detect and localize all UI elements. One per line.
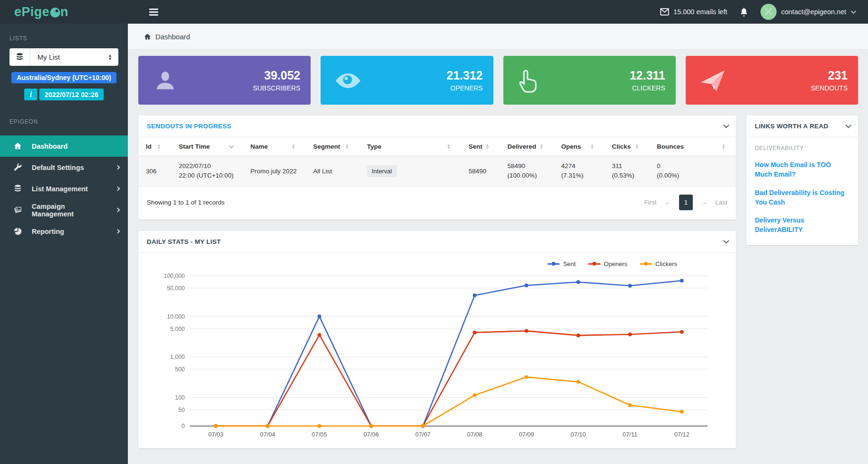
home-icon: [13, 142, 22, 151]
stat-card-openers: 21.312 OPENERS: [321, 56, 493, 105]
info-icon[interactable]: i: [24, 89, 37, 100]
svg-text:07/10: 07/10: [571, 431, 586, 438]
emails-left-text: 15.000 emails left: [673, 8, 727, 16]
column-header-delivered[interactable]: Delivered▲▼: [500, 137, 554, 156]
svg-text:07/08: 07/08: [467, 431, 482, 438]
column-header-segment[interactable]: Segment▲▼: [305, 137, 359, 156]
svg-text:0: 0: [181, 423, 185, 429]
cell-opens: 4274(7.31%): [554, 156, 604, 187]
sidebar-item-campaign-management[interactable]: Campaign Management: [0, 199, 128, 221]
svg-text:1,000: 1,000: [170, 354, 185, 360]
daily-stats-chart: 100,00050,00010,0005,0001,00050010050007…: [145, 268, 729, 444]
logo-text-pre: ePige: [14, 5, 50, 19]
avatar[interactable]: ✕: [761, 4, 777, 20]
chart-legend: SentOpenersClickers: [145, 257, 729, 268]
bell-icon[interactable]: [740, 7, 748, 17]
sort-icon[interactable]: ▲▼: [635, 144, 639, 150]
svg-text:500: 500: [175, 366, 185, 373]
stat-card-clickers: 12.311 CLICKERS: [503, 56, 676, 105]
sidebar-item-list-management[interactable]: List Management: [0, 178, 128, 199]
sort-icon[interactable]: ▲▼: [447, 144, 451, 150]
timezone-badge: Australia/Sydney (UTC+10:00): [11, 72, 116, 83]
sidebar-item-label: Default Settings: [32, 164, 84, 171]
stat-label: CLICKERS: [630, 84, 665, 92]
breadcrumb: Dashboard: [128, 24, 868, 50]
epigeon-section-label: EPIGEON: [0, 107, 128, 131]
svg-text:07/09: 07/09: [519, 431, 534, 438]
app-logo[interactable]: ePigen: [0, 5, 128, 19]
cell-segment: All List: [305, 156, 359, 187]
collapse-chevron-icon[interactable]: [845, 122, 851, 128]
datetime-badge: 2022/07/12 02:26: [39, 89, 104, 100]
hamburger-menu-icon[interactable]: [149, 9, 158, 16]
stat-value: 12.311: [630, 69, 665, 82]
wrench-icon: [13, 163, 22, 172]
sidebar-item-label: Dashboard: [32, 143, 68, 150]
emails-left-indicator: 15.000 emails left: [660, 8, 727, 16]
stat-card-subscribers: 39.052 SUBSCRIBERS: [138, 56, 311, 105]
sort-icon[interactable]: ▲▼: [539, 144, 543, 150]
topbar: ePigen 15.000 emails left ✕ contact@epig…: [0, 0, 868, 24]
lists-section-label: LISTS: [0, 24, 128, 47]
person-icon: [151, 66, 180, 95]
sort-icon[interactable]: ▲▼: [590, 144, 594, 150]
svg-text:07/12: 07/12: [674, 431, 689, 438]
svg-text:07/05: 07/05: [312, 431, 327, 438]
list-select-value: My List: [30, 53, 108, 61]
cell-clicks: 311(0.53%): [604, 156, 649, 187]
column-header-bounces[interactable]: Bounces▲▼: [649, 137, 736, 156]
pie-chart-icon: [13, 227, 22, 236]
sort-icon[interactable]: ▲▼: [486, 144, 490, 150]
column-header-sent[interactable]: Sent▲▼: [461, 137, 500, 156]
legend-item: Openers: [588, 260, 627, 268]
column-header-name[interactable]: Name▲▼: [243, 137, 306, 156]
svg-text:07/03: 07/03: [208, 431, 224, 438]
account-menu[interactable]: ✕ contact@epigeon.net: [761, 4, 855, 20]
svg-text:100: 100: [175, 394, 185, 401]
sidebar-item-dashboard[interactable]: Dashboard: [0, 135, 128, 157]
pagination-page-1[interactable]: 1: [679, 195, 693, 210]
sidebar-item-default-settings[interactable]: Default Settings: [0, 157, 128, 178]
click-hand-icon: [516, 66, 544, 95]
collapse-chevron-icon[interactable]: [723, 122, 729, 128]
sort-icon[interactable]: ▲▼: [291, 144, 295, 150]
column-header-type[interactable]: Type▲▼: [359, 137, 461, 156]
pagination-next-icon[interactable]: →: [701, 199, 707, 206]
svg-text:07/04: 07/04: [260, 431, 275, 438]
daily-stats-title: DAILY STATS - MY LIST: [147, 238, 221, 245]
stat-cards-row: 39.052 SUBSCRIBERS 21.312 OPENERS: [138, 56, 858, 105]
breadcrumb-label[interactable]: Dashboard: [155, 33, 190, 41]
table-row[interactable]: 306 2022/07/1022:00 (UTC+10:00) Promo ju…: [138, 156, 736, 187]
stat-card-sendouts: 231 SENDOUTS: [686, 56, 858, 105]
pagination-last[interactable]: Last: [715, 199, 727, 206]
sendouts-table: Id▲▼ Start Time Name▲▼ Segment▲▼ Type▲▼ …: [138, 137, 736, 187]
column-header-clicks[interactable]: Clicks▲▼: [604, 137, 649, 156]
type-badge: Interval: [367, 165, 397, 177]
chevron-right-icon: [116, 165, 120, 170]
column-header-id[interactable]: Id▲▼: [138, 137, 171, 156]
pagination-first[interactable]: First: [644, 199, 656, 206]
links-panel-title: LINKS WORTH A READ: [755, 123, 828, 130]
collapse-chevron-icon[interactable]: [723, 238, 729, 244]
svg-text:10,000: 10,000: [167, 313, 185, 320]
article-link[interactable]: Bad Deliverability is Costing You Cash: [755, 188, 850, 207]
column-header-opens[interactable]: Opens▲▼: [554, 137, 604, 156]
list-select[interactable]: My List ▲▼: [9, 48, 118, 66]
svg-text:07/06: 07/06: [364, 431, 379, 438]
article-link[interactable]: How Much Email is TOO Much Email?: [755, 160, 850, 179]
sort-desc-icon[interactable]: [229, 143, 234, 148]
sidebar-item-label: Campaign Management: [32, 203, 107, 218]
sort-icon[interactable]: ▲▼: [157, 144, 161, 150]
pagination-prev-icon[interactable]: ←: [664, 199, 671, 206]
svg-text:07/07: 07/07: [415, 431, 430, 438]
stat-label: OPENERS: [447, 84, 483, 92]
sort-icon[interactable]: ▲▼: [345, 144, 349, 150]
chevron-right-icon: [116, 208, 120, 213]
sort-icon[interactable]: ▲▼: [722, 144, 725, 150]
article-link[interactable]: Delivery Versus DeliverABILITY: [755, 215, 850, 235]
column-header-start-time[interactable]: Start Time: [171, 137, 242, 156]
envelope-icon: [660, 8, 669, 16]
logo-text: ePigen: [14, 5, 69, 19]
chevron-down-icon: [851, 9, 856, 14]
sidebar-item-reporting[interactable]: Reporting: [0, 221, 128, 242]
